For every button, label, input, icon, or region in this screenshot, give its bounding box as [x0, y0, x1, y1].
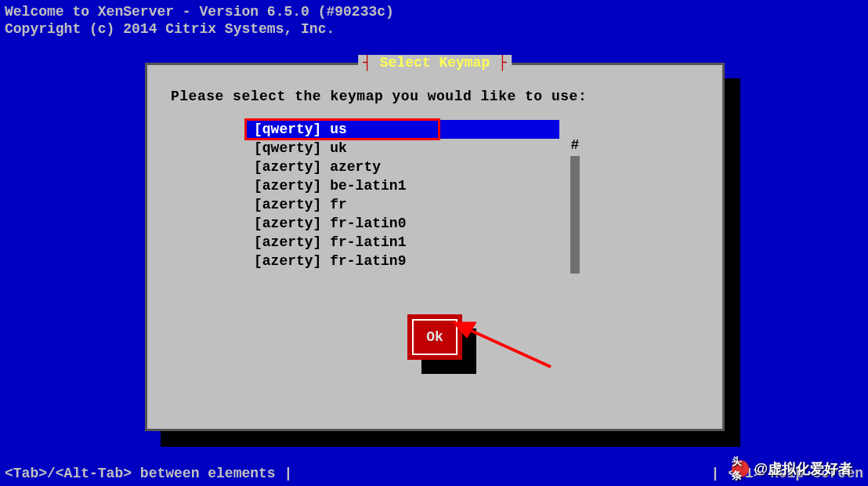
list-item-label: [azerty] be-latin1 [254, 178, 406, 194]
footer-hint-left: <Tab>/<Alt-Tab> between elements | [5, 466, 292, 481]
list-item[interactable]: [azerty] fr-latin9 [246, 252, 559, 270]
list-item[interactable]: [qwerty] uk [246, 139, 559, 158]
list-item-label: [azerty] azerty [254, 159, 381, 175]
dialog-prompt: Please select the keymap you would like … [171, 89, 707, 104]
list-item[interactable]: [qwerty] us [246, 120, 559, 139]
dialog-title: ┤ Select Keymap ├ [358, 55, 512, 71]
dialog-box: ┤ Select Keymap ├ Please select the keym… [145, 63, 725, 431]
keymap-list[interactable]: [qwerty] us [qwerty] uk [azerty] azerty … [246, 120, 559, 270]
header-line-1: Welcome to XenServer - Version 6.5.0 (#9… [5, 3, 868, 20]
dialog: ┤ Select Keymap ├ Please select the keym… [145, 63, 725, 431]
list-item-label: [azerty] fr [254, 197, 347, 212]
scroll-track[interactable] [570, 156, 580, 274]
watermark-text: @虚拟化爱好者 [754, 459, 852, 478]
arrow-icon [453, 316, 555, 371]
list-item[interactable]: [azerty] fr-latin1 [246, 233, 559, 252]
list-item[interactable]: [azerty] azerty [246, 158, 559, 176]
scroll-thumb-icon: # [571, 137, 580, 153]
svg-line-0 [465, 328, 551, 367]
header-line-2: Copyright (c) 2014 Citrix Systems, Inc. [5, 20, 868, 38]
list-item-label: [qwerty] us [254, 121, 347, 137]
list-item[interactable]: [azerty] fr [246, 195, 559, 214]
list-item-label: [azerty] fr-latin0 [254, 216, 406, 231]
scrollbar[interactable]: # [570, 137, 580, 274]
list-item-label: [azerty] fr-latin1 [254, 234, 406, 250]
ok-label: Ok [426, 329, 443, 345]
watermark-icon: 头条 [732, 460, 749, 477]
list-item[interactable]: [azerty] fr-latin0 [246, 214, 559, 233]
watermark: 头条 @虚拟化爱好者 [732, 459, 852, 478]
header: Welcome to XenServer - Version 6.5.0 (#9… [0, 0, 868, 38]
list-item-label: [azerty] fr-latin9 [254, 253, 406, 269]
list-item-label: [qwerty] uk [254, 140, 347, 156]
list-item[interactable]: [azerty] be-latin1 [246, 176, 559, 195]
